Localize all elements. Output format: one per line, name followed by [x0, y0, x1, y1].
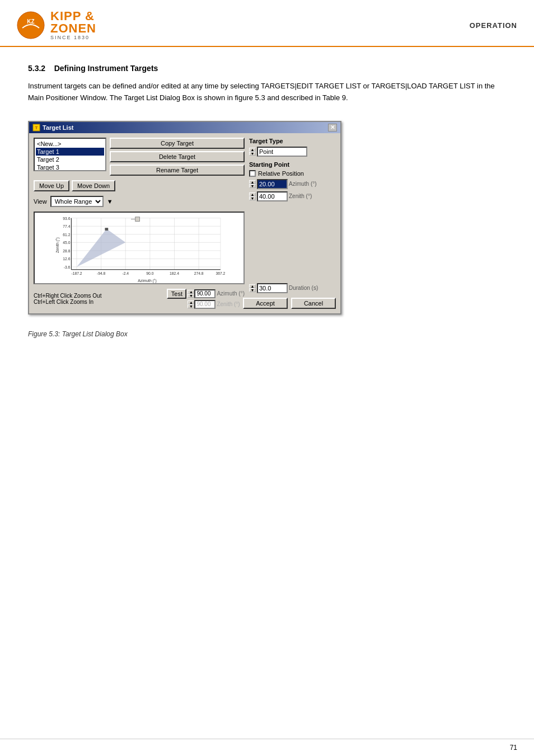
cancel-button[interactable]: Cancel	[291, 298, 336, 309]
target-type-up-icon[interactable]: ▲	[249, 148, 256, 152]
target-type-field[interactable]	[257, 147, 307, 157]
move-row: Move Up Move Down	[34, 180, 245, 191]
target-listbox[interactable]: <New...> Target 1 Target 2 Target 3	[34, 138, 106, 171]
spin-up-icon[interactable]: ▲	[188, 290, 194, 294]
spin-down-icon[interactable]: ▼	[188, 294, 194, 298]
svg-text:Zenith (°): Zenith (°)	[55, 237, 60, 253]
dialog-bottom-buttons: Accept Cancel	[249, 298, 336, 309]
svg-text:90.0: 90.0	[146, 271, 153, 275]
azimuth-label1: Azimuth (°)	[217, 290, 245, 297]
figure-caption: Figure 5.3: Target List Dialog Box	[28, 330, 506, 338]
svg-text:12.6: 12.6	[63, 257, 70, 261]
view-row: View Whole Range Custom ▼	[34, 196, 245, 207]
bottom-info: Ctrl+Right Click Zooms Out Ctrl+Left Cli…	[34, 289, 245, 309]
bottom-info-left: Ctrl+Right Click Zooms Out Ctrl+Left Cli…	[34, 293, 163, 305]
svg-text:45.0: 45.0	[63, 241, 70, 245]
duration-down-icon[interactable]: ▼	[249, 288, 256, 292]
azimuth-right-row: ▲ ▼ Azimuth (°)	[249, 179, 336, 189]
azimuth-arrows[interactable]: ▲ ▼	[249, 180, 256, 188]
chart-svg: 93.6 77.4 61.2 45.0 28.8 12.6 -3.6 Zenit…	[35, 213, 243, 283]
dialog-titlebar: T Target List ✕	[29, 122, 340, 133]
action-buttons: Copy Target Delete Target Rename Target	[110, 138, 245, 176]
svg-rect-37	[105, 228, 108, 231]
left-panel: <New...> Target 1 Target 2 Target 3 Copy…	[34, 138, 245, 309]
zenith-arrows[interactable]: ▲ ▼	[249, 192, 256, 200]
test-and-inputs: Test ▲ ▼ Azimuth (°)	[167, 289, 245, 309]
dialog-body: <New...> Target 1 Target 2 Target 3 Copy…	[29, 133, 340, 313]
azimuth-spinner1: ▲ ▼	[188, 289, 216, 298]
spin-up-icon2[interactable]: ▲	[188, 300, 194, 304]
svg-text:28.8: 28.8	[63, 248, 70, 252]
move-down-button[interactable]: Move Down	[72, 180, 115, 191]
list-item[interactable]: Target 1	[36, 148, 104, 156]
view-select[interactable]: Whole Range Custom	[50, 196, 104, 207]
logo-container: KZ KIPP & ZONEN SINCE 1830	[17, 10, 96, 40]
accept-button[interactable]: Accept	[243, 298, 288, 309]
starting-point-label: Starting Point	[249, 161, 336, 168]
azimuth-down-icon[interactable]: ▼	[249, 184, 256, 188]
azimuth-input-row1: Test ▲ ▼ Azimuth (°)	[167, 289, 245, 299]
list-item[interactable]: <New...>	[36, 140, 104, 148]
section-heading: Defining Instrument Targets	[54, 64, 158, 73]
duration-field[interactable]	[257, 283, 288, 293]
list-item[interactable]: Target 2	[36, 156, 104, 163]
logo-text: KIPP & ZONEN SINCE 1830	[50, 10, 96, 40]
azimuth-field1[interactable]	[194, 289, 216, 298]
duration-label: Duration (s)	[289, 285, 318, 291]
zenith-right-field[interactable]	[257, 191, 288, 201]
duration-row: ▲ ▼ Duration (s)	[249, 283, 336, 293]
right-panel: Target Type ▲ ▼ Starting Point Relative	[249, 138, 336, 309]
svg-text:77.4: 77.4	[63, 224, 70, 228]
dialog-close-button[interactable]: ✕	[328, 124, 337, 132]
duration-up-icon[interactable]: ▲	[249, 284, 256, 288]
svg-text:T: T	[35, 125, 38, 130]
ctrl-right-label: Ctrl+Right Click Zooms Out	[34, 293, 163, 299]
move-up-button[interactable]: Move Up	[34, 180, 69, 191]
section-title: 5.3.2 Defining Instrument Targets	[28, 64, 506, 73]
zenith-right-row: ▲ ▼ Zenith (°)	[249, 191, 336, 201]
zenith-label1: Zenith (°)	[217, 301, 240, 307]
section-number: 5.3.2	[28, 64, 45, 73]
svg-text:-94.8: -94.8	[97, 271, 106, 275]
svg-text:367.2: 367.2	[216, 271, 225, 275]
azimuth-right-field[interactable]	[257, 179, 288, 189]
zenith-field1[interactable]	[194, 300, 216, 309]
logo-zonen: ZONEN	[50, 22, 96, 35]
svg-text:-187.2: -187.2	[71, 271, 82, 275]
target-type-row: ▲ ▼	[249, 147, 336, 157]
target-type-label: Target Type	[249, 138, 336, 144]
azimuth-up-icon[interactable]: ▲	[249, 180, 256, 184]
delete-target-button[interactable]: Delete Target	[110, 151, 245, 162]
duration-arrows[interactable]: ▲ ▼	[249, 284, 256, 292]
relative-position-row: Relative Position	[249, 170, 336, 177]
spin-down-icon2[interactable]: ▼	[188, 304, 194, 308]
svg-text:274.8: 274.8	[194, 271, 204, 275]
svg-text:93.6: 93.6	[63, 216, 70, 220]
svg-text:KZ: KZ	[27, 18, 34, 25]
azimuth-right-label: Azimuth (°)	[289, 181, 317, 187]
ctrl-left-label: Ctrl+Left Click Zooms In	[34, 299, 163, 305]
view-label: View	[34, 198, 47, 205]
dialog-icon: T	[32, 124, 40, 132]
target-type-down-icon[interactable]: ▼	[249, 152, 256, 156]
relative-position-checkbox[interactable]	[249, 170, 256, 177]
chart-area[interactable]: 93.6 77.4 61.2 45.0 28.8 12.6 -3.6 Zenit…	[34, 212, 245, 284]
zenith-down-icon[interactable]: ▼	[249, 196, 256, 200]
list-item[interactable]: Target 3	[36, 163, 104, 171]
relative-position-label: Relative Position	[258, 170, 304, 177]
kipp-zonen-logo-icon: KZ	[17, 11, 45, 39]
target-list-row: <New...> Target 1 Target 2 Target 3 Copy…	[34, 138, 245, 176]
section-label: OPERATION	[470, 21, 517, 30]
dialog-wrapper: T Target List ✕ <New...> Target 1 Target…	[28, 121, 341, 314]
spinner-arrows[interactable]: ▲ ▼	[188, 290, 194, 298]
copy-target-button[interactable]: Copy Target	[110, 138, 245, 149]
logo-since: SINCE 1830	[50, 35, 96, 40]
spinner-arrows2[interactable]: ▲ ▼	[188, 300, 194, 308]
zenith-input-row1: ▲ ▼ Zenith (°)	[167, 300, 245, 309]
test-button[interactable]: Test	[167, 289, 186, 299]
svg-text:Azimuth (°): Azimuth (°)	[138, 279, 157, 283]
zenith-up-icon[interactable]: ▲	[249, 192, 256, 196]
target-type-arrows[interactable]: ▲ ▼	[249, 148, 256, 156]
zenith-spinner1: ▲ ▼	[188, 300, 216, 309]
rename-target-button[interactable]: Rename Target	[110, 165, 245, 176]
